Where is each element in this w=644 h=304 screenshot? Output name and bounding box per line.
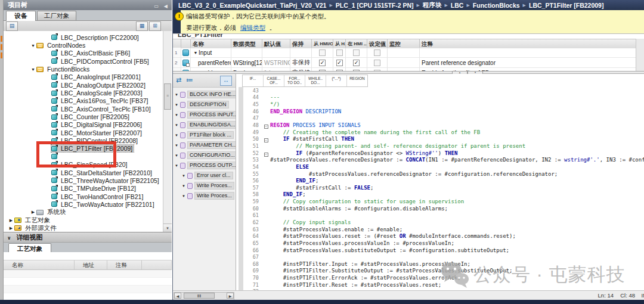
expander-open-icon[interactable]: ▼ <box>193 51 199 55</box>
detail-view-header[interactable]: ∨ 详细视图 <box>4 232 172 243</box>
expander-open-icon[interactable]: ▼ <box>182 184 187 188</box>
tree-item[interactable]: LBC_DigitalSignal [FB22006] <box>4 121 163 129</box>
breadcrumb-item[interactable]: LBC_V3_2_0_ExampleQuickstart_TiaPrj_V20_… <box>178 2 326 9</box>
expander-open-icon[interactable]: ▼ <box>182 194 187 198</box>
setpoint-checkbox[interactable] <box>374 60 380 66</box>
from-hmi-checkbox[interactable] <box>336 49 343 56</box>
breadcrumb-item[interactable]: LBC <box>451 2 464 9</box>
column-header[interactable]: 监控 <box>388 39 420 48</box>
expander-closed-icon[interactable]: ▶ <box>8 218 14 223</box>
outline-item[interactable]: ▼PT1Filter block ... <box>173 130 236 140</box>
outline-item[interactable]: ▼Error user cl... <box>173 170 236 181</box>
column-header[interactable]: 在 HMI ... <box>346 39 367 48</box>
var-name-cell[interactable]: ▼Input <box>191 48 231 58</box>
setpoint-checkbox[interactable] <box>374 49 380 56</box>
tree-item[interactable]: ▼FunctionBlocks <box>4 65 163 73</box>
tree-item[interactable]: LBC_Description [FC22000] <box>4 33 163 41</box>
outline-item[interactable]: ▼CONFIGURATIO... <box>173 150 236 160</box>
in-hmi-checkbox[interactable]: ✓ <box>353 60 360 66</box>
outline-item[interactable]: ▼ENABLING/DISA... <box>173 120 236 130</box>
var-name-cell[interactable]: parentReferenceDesi... <box>191 58 231 68</box>
var-retain-cell[interactable]: 非保持▼ <box>290 58 312 68</box>
tree-item[interactable]: LBC_AxisControl_TecPlc [FB10] <box>4 105 163 113</box>
tree-item[interactable]: LBC_PIDCompactControl [FB5] <box>4 57 163 65</box>
tree-item[interactable]: ▶系统块 <box>4 209 163 216</box>
tree-item[interactable]: LBC_StarDeltaStarter [FB22010] <box>4 169 163 176</box>
tree-item[interactable]: LBC_TwoWayActuator [FB22101] <box>4 200 163 208</box>
outline-item[interactable]: ▼DESCRIPTION <box>173 100 236 110</box>
expander-open-icon[interactable]: ▼ <box>30 44 36 48</box>
hmi-opc-checkbox[interactable] <box>319 49 326 56</box>
snippet-button[interactable]: CASE...OF... <box>264 75 284 86</box>
column-header[interactable]: 默认值 <box>262 39 290 48</box>
tree-item[interactable]: LBC_ThreeWayActuator [FB22105] <box>4 176 163 184</box>
tree-scrollbar-down-icon[interactable]: ▾ <box>163 224 172 232</box>
tree-scrollbar-thumb[interactable]: ≡ <box>164 83 171 110</box>
var-default-value[interactable] <box>262 48 290 58</box>
expander-open-icon[interactable]: ▼ <box>182 174 187 178</box>
outline-item[interactable]: ▼PROCESS INPUT... <box>173 110 236 120</box>
expander-open-icon[interactable]: ▼ <box>175 164 180 167</box>
var-default-value[interactable]: WSTRING#'' <box>262 58 290 68</box>
table-row[interactable]: 1▼Input <box>173 48 636 58</box>
outline-horizontal-scrollbar[interactable]: ◀ ▮▮ ▶ <box>174 292 234 300</box>
project-tree[interactable]: LBC_Description [FC22000]▼ControlNodesLB… <box>4 31 163 232</box>
outline-item[interactable]: ▼BLOCK INFO HE... <box>173 89 236 100</box>
var-comment[interactable]: Parent reference designator <box>420 58 636 68</box>
scrollbar-thumb[interactable]: ▮▮ <box>184 293 215 299</box>
column-header[interactable]: 数据类型 <box>231 39 262 48</box>
var-datatype[interactable]: WString[128] <box>231 58 262 68</box>
outline-item[interactable]: ▼Write Proces... <box>173 191 236 201</box>
fold-collapse-icon[interactable]: – <box>264 138 268 142</box>
breadcrumb-item[interactable]: 程序块 <box>423 1 442 10</box>
from-hmi-checkbox[interactable]: ✓ <box>336 60 343 66</box>
snippet-button[interactable]: WHILE..DO... <box>305 75 326 86</box>
sort-regions-icon[interactable]: ⇄ <box>176 76 181 84</box>
column-header[interactable]: 从 HMI/OPC.. <box>312 39 333 48</box>
tree-item[interactable]: LBC_Counter [FB22005] <box>4 113 163 120</box>
tree-item[interactable]: LBC_AxisCtrlBasic [FB6] <box>4 49 163 57</box>
tree-item[interactable]: ▶外部源文件 <box>4 224 163 232</box>
expander-closed-icon[interactable]: ▶ <box>8 226 14 231</box>
breadcrumb-item[interactable]: PLC_1 [CPU 1515TF-2 PN] <box>336 2 414 9</box>
tree-item[interactable]: LBC_AnalogOutput [FB22002] <box>4 81 163 89</box>
snippet-button[interactable]: (*...*) <box>326 75 347 86</box>
expander-open-icon[interactable]: ▼ <box>175 113 180 117</box>
outline-item[interactable]: ▼Write Proces... <box>173 181 236 191</box>
var-comment[interactable] <box>420 48 636 58</box>
var-retain-cell[interactable] <box>290 48 312 58</box>
code-text-area[interactable]: 43 44---45*/)46END_REGION DESCRIPTION47 … <box>237 87 644 290</box>
table-row[interactable]: 2parentReferenceDesi...WString[128]WSTRI… <box>173 58 636 68</box>
tree-item[interactable]: ▼ControlNodes <box>4 41 163 49</box>
var-datatype[interactable] <box>231 48 262 58</box>
table-view-icon[interactable]: ▦ <box>136 21 148 31</box>
interface-table-scrollbar[interactable] <box>636 39 644 71</box>
column-header[interactable]: 保持 <box>290 39 312 48</box>
tree-scrollbar[interactable]: ≡ ▾ <box>163 31 172 232</box>
scroll-right-icon[interactable]: ▶ <box>227 293 234 299</box>
expander-open-icon[interactable]: ▼ <box>175 123 180 127</box>
tree-item[interactable]: LBC_MotorStarter [FB22007] <box>4 129 163 137</box>
in-hmi-checkbox[interactable] <box>353 49 360 56</box>
hmi-opc-checkbox[interactable]: ✓ <box>319 60 326 66</box>
expander-closed-icon[interactable]: ▶ <box>30 210 36 215</box>
column-header[interactable]: 注释 <box>420 39 636 48</box>
expander-open-icon[interactable]: ▼ <box>175 154 180 157</box>
snippet-button[interactable]: FOR...TO DO.. <box>284 75 305 86</box>
breadcrumb-item[interactable]: FunctionBlocks <box>473 2 520 9</box>
expander-open-icon[interactable]: ▼ <box>30 67 36 72</box>
fold-collapse-icon[interactable]: – <box>264 125 268 129</box>
sync-navigation-icon[interactable]: ↔ <box>220 76 232 86</box>
edit-type-link[interactable]: 编辑类型 <box>240 24 265 31</box>
fold-collapse-icon[interactable]: – <box>264 153 268 157</box>
expander-open-icon[interactable]: ▼ <box>175 134 180 137</box>
project-tree-tab-2[interactable]: 工厂对象 <box>37 11 76 20</box>
tree-item[interactable]: LBC_TwoHandControl [FB21] <box>4 193 163 200</box>
outline-item[interactable]: ▼PROCESS OUTP... <box>173 160 236 170</box>
project-tree-tab-1[interactable]: 设备 <box>6 11 36 21</box>
list-view-icon[interactable]: ≔ <box>186 76 193 84</box>
snippet-button[interactable]: IF... <box>243 75 264 86</box>
open-in-editor-icon[interactable]: ⊞ <box>149 21 161 31</box>
scroll-left-icon[interactable]: ◀ <box>174 293 181 299</box>
column-header[interactable]: 设定值 <box>367 39 388 48</box>
